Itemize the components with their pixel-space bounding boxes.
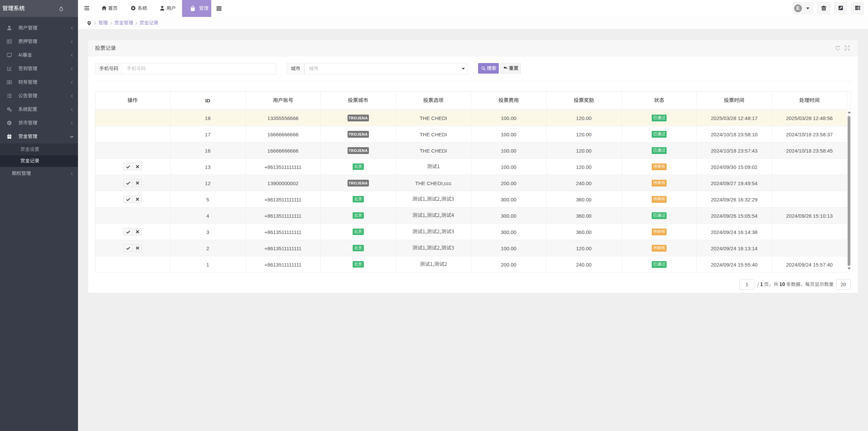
svg-text:P: P [8, 121, 10, 125]
